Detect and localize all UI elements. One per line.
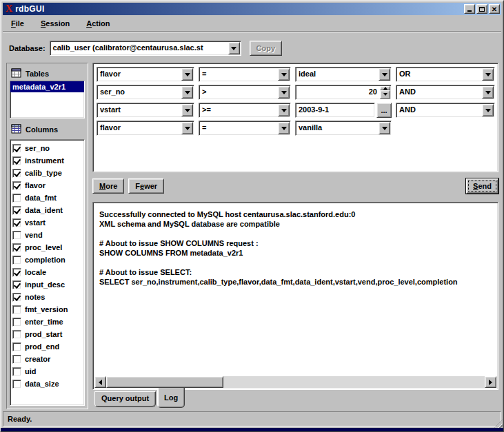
conjunction-combobox-row2-arrow-button[interactable] — [482, 86, 494, 99]
operator-combobox-row1[interactable]: = — [199, 67, 291, 82]
chevron-down-icon — [185, 91, 190, 97]
conjunction-combobox-row3[interactable]: AND — [396, 103, 495, 118]
value-combobox-row1[interactable]: ideal — [295, 67, 392, 82]
operator-combobox-row4[interactable]: = — [199, 121, 291, 136]
checkbox-prod_end[interactable] — [12, 342, 21, 351]
conjunction-combobox-row1-arrow-button[interactable] — [482, 68, 494, 81]
maximize-button[interactable] — [476, 4, 487, 14]
column-item-prod_end[interactable]: prod_end — [12, 340, 84, 353]
menu-item-session[interactable]: Session — [41, 19, 70, 28]
column-item-vstart[interactable]: vstart — [12, 216, 84, 229]
column-item-instrument[interactable]: instrument — [12, 154, 84, 167]
value-spinner-text: 20 — [296, 85, 379, 99]
scroll-right-button[interactable] — [485, 376, 496, 388]
column-item-data_fmt[interactable]: data_fmt — [12, 192, 84, 204]
column-item-creator[interactable]: creator — [12, 353, 84, 365]
column-item-proc_level[interactable]: proc_level — [12, 241, 84, 254]
date-input-row3[interactable]: 2003-9-1 — [295, 103, 375, 118]
column-item-data_size[interactable]: data_size — [12, 378, 84, 390]
minimize-button[interactable] — [464, 4, 475, 14]
checkbox-data_ident[interactable] — [12, 206, 21, 215]
field-combobox-row2[interactable]: ser_no — [97, 85, 194, 100]
horizontal-scrollbar[interactable] — [94, 376, 496, 388]
conjunction-combobox-row2[interactable]: AND — [396, 85, 495, 100]
field-combobox-row1[interactable]: flavor — [97, 67, 194, 82]
field-combobox-row3[interactable]: vstart — [97, 103, 194, 118]
column-item-enter_time[interactable]: enter_time — [12, 316, 84, 328]
tab-log[interactable]: Log — [157, 388, 185, 408]
operator-combobox-row3[interactable]: >= — [199, 103, 291, 118]
column-item-prod_start[interactable]: prod_start — [12, 328, 84, 340]
operator-combobox-row4-arrow-button[interactable] — [278, 122, 290, 134]
scrollbar-thumb[interactable] — [106, 376, 223, 388]
table-item-metadata_v2r1[interactable]: metadata_v2r1 — [10, 81, 84, 92]
scrollbar-track[interactable] — [106, 376, 485, 388]
column-label: data_fmt — [25, 194, 57, 202]
menu-item-file[interactable]: File — [11, 19, 24, 28]
chevron-down-icon — [382, 127, 387, 133]
checkbox-input_desc[interactable] — [12, 280, 21, 289]
checkbox-enter_time[interactable] — [12, 318, 21, 327]
checkbox-proc_level[interactable] — [12, 243, 21, 252]
column-item-completion[interactable]: completion — [12, 254, 84, 266]
checkbox-data_size[interactable] — [12, 380, 21, 389]
operator-combobox-row3-arrow-button[interactable] — [278, 104, 290, 116]
fewer-button[interactable]: Fewer — [128, 178, 164, 194]
query-row-4: flavor=vanilla — [97, 121, 495, 136]
column-item-flavor[interactable]: flavor — [12, 179, 84, 192]
column-item-fmt_version[interactable]: fmt_version — [12, 303, 84, 316]
checkbox-uid[interactable] — [12, 367, 21, 376]
close-button[interactable]: ✕ — [489, 4, 500, 14]
checkbox-locale[interactable] — [12, 268, 21, 277]
app-window: X rdbGUI ✕ FileSessionAction Database: c… — [0, 0, 504, 432]
column-item-locale[interactable]: locale — [12, 266, 84, 278]
checkbox-notes[interactable] — [12, 293, 21, 302]
field-combobox-row3-arrow-button[interactable] — [181, 104, 193, 116]
value-spinner-row2[interactable]: 20 — [295, 85, 392, 100]
column-item-data_ident[interactable]: data_ident — [12, 204, 84, 216]
copy-button[interactable]: Copy — [250, 41, 283, 56]
column-item-uid[interactable]: uid — [12, 365, 84, 378]
operator-combobox-row2-arrow-button[interactable] — [278, 86, 290, 99]
checkbox-ser_no[interactable] — [12, 144, 21, 153]
checkbox-data_fmt[interactable] — [12, 194, 21, 203]
field-combobox-row4-arrow-button[interactable] — [181, 122, 193, 134]
checkbox-completion[interactable] — [12, 256, 21, 265]
conjunction-combobox-row1[interactable]: OR — [396, 67, 495, 82]
operator-combobox-row2[interactable]: > — [199, 85, 291, 100]
checkbox-fmt_version[interactable] — [12, 305, 21, 314]
value-combobox-row4-arrow-button[interactable] — [379, 122, 390, 134]
more-button[interactable]: More — [92, 178, 124, 194]
tab-query-output[interactable]: Query output — [94, 391, 156, 407]
column-item-vend[interactable]: vend — [12, 229, 84, 241]
operator-combobox-row1-arrow-button[interactable] — [278, 68, 290, 81]
field-combobox-row2-arrow-button[interactable] — [181, 86, 193, 99]
field-combobox-row1-arrow-button[interactable] — [181, 68, 193, 81]
value-combobox-row1-arrow-button[interactable] — [379, 68, 390, 81]
spinner-down-button[interactable] — [380, 90, 390, 99]
checkbox-instrument[interactable] — [12, 156, 21, 165]
column-label: notes — [25, 293, 45, 301]
checkbox-vstart[interactable] — [12, 218, 21, 227]
menu-item-action[interactable]: Action — [86, 19, 110, 28]
send-button[interactable]: Send — [466, 178, 498, 194]
column-item-notes[interactable]: notes — [12, 291, 84, 303]
status-text: Ready. — [8, 415, 32, 423]
field-combobox-row4[interactable]: flavor — [97, 121, 194, 136]
column-item-ser_no[interactable]: ser_no — [12, 142, 84, 154]
date-picker-button-row3[interactable]: ... — [376, 103, 392, 118]
database-combobox[interactable]: calib_user (calibrator@centaurusa.slac.s… — [50, 41, 241, 56]
database-combobox-arrow-button[interactable] — [228, 42, 240, 54]
checkbox-calib_type[interactable] — [12, 169, 21, 178]
checkbox-flavor[interactable] — [12, 181, 21, 190]
scroll-left-button[interactable] — [94, 376, 106, 388]
value-combobox-row4[interactable]: vanilla — [295, 121, 392, 136]
arrow-down-icon — [383, 93, 387, 98]
column-item-input_desc[interactable]: input_desc — [12, 278, 84, 291]
checkbox-creator[interactable] — [12, 355, 21, 364]
checkbox-vend[interactable] — [12, 231, 21, 240]
checkbox-prod_start[interactable] — [12, 330, 21, 339]
arrow-up-icon — [383, 85, 387, 90]
column-item-calib_type[interactable]: calib_type — [12, 167, 84, 179]
conjunction-combobox-row3-arrow-button[interactable] — [482, 104, 494, 116]
